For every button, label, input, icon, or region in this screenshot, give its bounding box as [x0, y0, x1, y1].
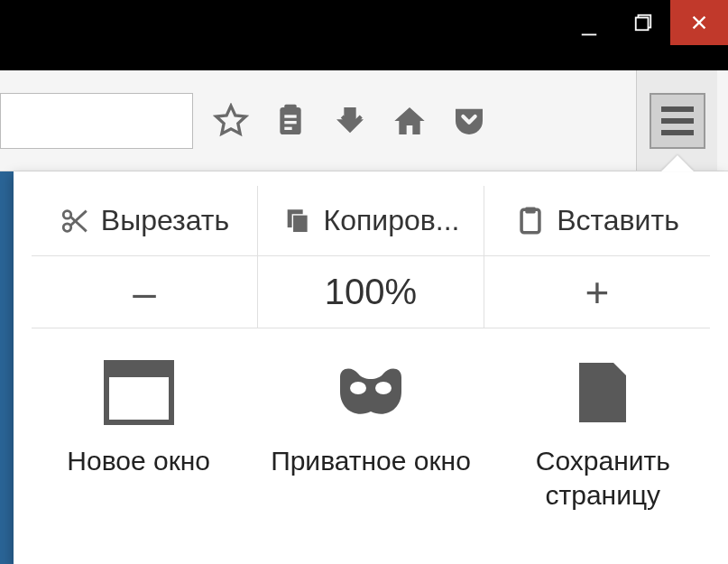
- svg-rect-9: [284, 126, 291, 129]
- window-titlebar: [0, 0, 728, 70]
- menu-grid: Новое окно Приватное окно Сохранить стра…: [32, 328, 710, 512]
- home-button[interactable]: [388, 99, 431, 143]
- home-icon: [392, 103, 428, 139]
- bookmark-button[interactable]: [209, 99, 253, 143]
- minimize-button[interactable]: [562, 0, 616, 45]
- menu-arrow-icon: [661, 155, 694, 171]
- download-arrow-icon: [332, 103, 368, 139]
- menu-button[interactable]: [650, 93, 705, 149]
- zoom-out-button[interactable]: –: [32, 256, 258, 328]
- new-window-label: Новое окно: [67, 444, 210, 478]
- paste-icon: [515, 206, 546, 236]
- paste-button[interactable]: Вставить: [484, 186, 710, 255]
- maximize-button[interactable]: [616, 0, 670, 45]
- zoom-level[interactable]: 100%: [258, 256, 484, 328]
- cut-button[interactable]: Вырезать: [32, 186, 258, 255]
- svg-rect-7: [284, 115, 296, 117]
- save-page-label: Сохранить страницу: [496, 444, 710, 512]
- copy-button[interactable]: Копиров...: [258, 186, 484, 255]
- maximize-icon: [633, 13, 653, 32]
- pocket-icon: [451, 103, 487, 139]
- svg-point-21: [350, 382, 366, 394]
- minus-icon: –: [133, 268, 156, 317]
- pocket-button[interactable]: [447, 99, 491, 143]
- private-window-button[interactable]: Приватное окно: [263, 359, 477, 512]
- window-icon: [103, 359, 175, 426]
- close-icon: [689, 13, 709, 32]
- svg-point-22: [375, 382, 392, 394]
- hamburger-icon: [661, 106, 694, 112]
- clipboard-icon: [272, 103, 309, 139]
- svg-rect-8: [284, 121, 296, 124]
- menu-panel: Вырезать Копиров... Вставить – 100% +: [14, 171, 728, 564]
- browser-toolbar: [0, 70, 728, 171]
- save-page-button[interactable]: Сохранить страницу: [496, 359, 710, 512]
- new-window-button[interactable]: Новое окно: [32, 359, 245, 512]
- svg-rect-0: [582, 34, 597, 36]
- scissors-icon: [60, 206, 90, 236]
- copy-label: Копиров...: [324, 204, 460, 237]
- downloads-button[interactable]: [328, 99, 372, 143]
- svg-rect-2: [636, 18, 649, 31]
- reading-list-button[interactable]: [269, 99, 312, 143]
- zoom-in-button[interactable]: +: [484, 256, 710, 328]
- url-input[interactable]: [0, 93, 193, 149]
- menu-button-container: [636, 70, 717, 171]
- zoom-level-label: 100%: [325, 272, 417, 312]
- svg-rect-6: [284, 104, 296, 110]
- copy-icon: [282, 206, 313, 236]
- svg-rect-18: [526, 207, 536, 213]
- plus-icon: +: [585, 268, 610, 317]
- paste-label: Вставить: [557, 204, 679, 237]
- file-icon: [567, 359, 639, 426]
- star-icon: [213, 103, 249, 139]
- page-background: [0, 171, 14, 564]
- private-window-label: Приватное окно: [271, 444, 471, 478]
- zoom-row: – 100% +: [32, 256, 710, 328]
- mask-icon: [335, 359, 407, 426]
- svg-rect-20: [106, 363, 171, 377]
- edit-actions-row: Вырезать Копиров... Вставить: [32, 186, 710, 256]
- cut-label: Вырезать: [101, 204, 229, 237]
- svg-rect-16: [292, 214, 308, 232]
- minimize-icon: [579, 19, 599, 39]
- close-button[interactable]: [670, 0, 728, 45]
